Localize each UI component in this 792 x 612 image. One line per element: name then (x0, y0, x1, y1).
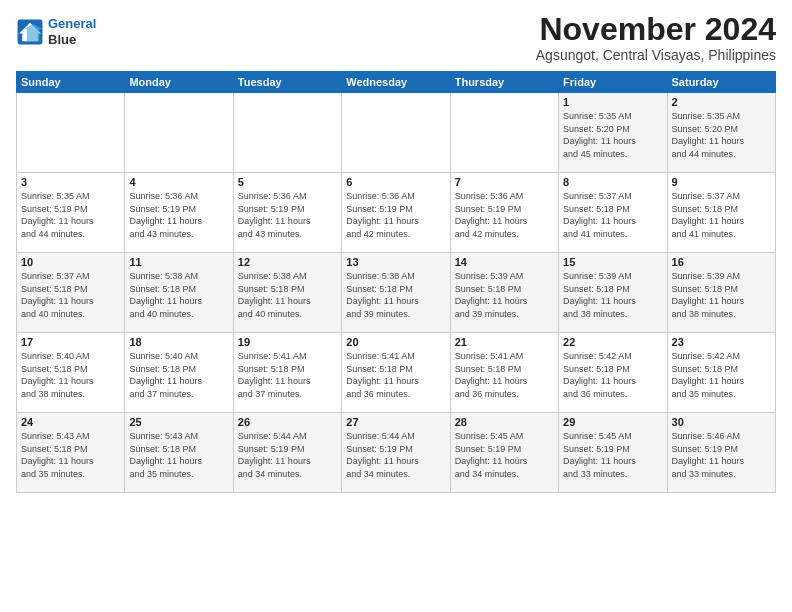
calendar-cell: 29Sunrise: 5:45 AM Sunset: 5:19 PM Dayli… (559, 413, 667, 493)
day-number: 10 (21, 256, 120, 268)
day-number: 18 (129, 336, 228, 348)
week-row-5: 24Sunrise: 5:43 AM Sunset: 5:18 PM Dayli… (17, 413, 776, 493)
calendar-cell: 28Sunrise: 5:45 AM Sunset: 5:19 PM Dayli… (450, 413, 558, 493)
day-info: Sunrise: 5:36 AM Sunset: 5:19 PM Dayligh… (455, 190, 554, 240)
calendar-cell: 16Sunrise: 5:39 AM Sunset: 5:18 PM Dayli… (667, 253, 775, 333)
day-info: Sunrise: 5:39 AM Sunset: 5:18 PM Dayligh… (672, 270, 771, 320)
day-number: 3 (21, 176, 120, 188)
day-number: 27 (346, 416, 445, 428)
day-number: 24 (21, 416, 120, 428)
header-thursday: Thursday (450, 72, 558, 93)
day-info: Sunrise: 5:35 AM Sunset: 5:20 PM Dayligh… (563, 110, 662, 160)
calendar-cell: 2Sunrise: 5:35 AM Sunset: 5:20 PM Daylig… (667, 93, 775, 173)
header-wednesday: Wednesday (342, 72, 450, 93)
day-info: Sunrise: 5:41 AM Sunset: 5:18 PM Dayligh… (346, 350, 445, 400)
calendar-cell: 6Sunrise: 5:36 AM Sunset: 5:19 PM Daylig… (342, 173, 450, 253)
day-number: 7 (455, 176, 554, 188)
week-row-1: 1Sunrise: 5:35 AM Sunset: 5:20 PM Daylig… (17, 93, 776, 173)
day-info: Sunrise: 5:40 AM Sunset: 5:18 PM Dayligh… (129, 350, 228, 400)
day-info: Sunrise: 5:42 AM Sunset: 5:18 PM Dayligh… (672, 350, 771, 400)
day-number: 26 (238, 416, 337, 428)
day-number: 21 (455, 336, 554, 348)
day-number: 4 (129, 176, 228, 188)
day-info: Sunrise: 5:42 AM Sunset: 5:18 PM Dayligh… (563, 350, 662, 400)
calendar-cell: 1Sunrise: 5:35 AM Sunset: 5:20 PM Daylig… (559, 93, 667, 173)
calendar-cell (125, 93, 233, 173)
calendar-cell: 12Sunrise: 5:38 AM Sunset: 5:18 PM Dayli… (233, 253, 341, 333)
day-number: 19 (238, 336, 337, 348)
day-number: 6 (346, 176, 445, 188)
day-info: Sunrise: 5:43 AM Sunset: 5:18 PM Dayligh… (129, 430, 228, 480)
day-number: 9 (672, 176, 771, 188)
day-info: Sunrise: 5:39 AM Sunset: 5:18 PM Dayligh… (563, 270, 662, 320)
day-number: 5 (238, 176, 337, 188)
day-info: Sunrise: 5:35 AM Sunset: 5:20 PM Dayligh… (672, 110, 771, 160)
calendar-cell: 3Sunrise: 5:35 AM Sunset: 5:19 PM Daylig… (17, 173, 125, 253)
calendar-cell: 24Sunrise: 5:43 AM Sunset: 5:18 PM Dayli… (17, 413, 125, 493)
calendar-cell: 7Sunrise: 5:36 AM Sunset: 5:19 PM Daylig… (450, 173, 558, 253)
calendar-cell: 4Sunrise: 5:36 AM Sunset: 5:19 PM Daylig… (125, 173, 233, 253)
logo-line2: Blue (48, 32, 76, 47)
calendar-cell: 30Sunrise: 5:46 AM Sunset: 5:19 PM Dayli… (667, 413, 775, 493)
day-number: 28 (455, 416, 554, 428)
header-friday: Friday (559, 72, 667, 93)
day-number: 12 (238, 256, 337, 268)
day-info: Sunrise: 5:37 AM Sunset: 5:18 PM Dayligh… (563, 190, 662, 240)
calendar-cell: 9Sunrise: 5:37 AM Sunset: 5:18 PM Daylig… (667, 173, 775, 253)
calendar-cell: 27Sunrise: 5:44 AM Sunset: 5:19 PM Dayli… (342, 413, 450, 493)
day-number: 11 (129, 256, 228, 268)
day-number: 1 (563, 96, 662, 108)
day-info: Sunrise: 5:40 AM Sunset: 5:18 PM Dayligh… (21, 350, 120, 400)
calendar-cell: 20Sunrise: 5:41 AM Sunset: 5:18 PM Dayli… (342, 333, 450, 413)
day-info: Sunrise: 5:44 AM Sunset: 5:19 PM Dayligh… (238, 430, 337, 480)
day-number: 23 (672, 336, 771, 348)
logo-line1: General (48, 16, 96, 31)
day-info: Sunrise: 5:35 AM Sunset: 5:19 PM Dayligh… (21, 190, 120, 240)
day-info: Sunrise: 5:46 AM Sunset: 5:19 PM Dayligh… (672, 430, 771, 480)
calendar-cell: 14Sunrise: 5:39 AM Sunset: 5:18 PM Dayli… (450, 253, 558, 333)
logo: General Blue (16, 16, 96, 47)
day-number: 22 (563, 336, 662, 348)
day-info: Sunrise: 5:45 AM Sunset: 5:19 PM Dayligh… (563, 430, 662, 480)
calendar-cell: 5Sunrise: 5:36 AM Sunset: 5:19 PM Daylig… (233, 173, 341, 253)
day-number: 14 (455, 256, 554, 268)
calendar-cell: 11Sunrise: 5:38 AM Sunset: 5:18 PM Dayli… (125, 253, 233, 333)
day-info: Sunrise: 5:39 AM Sunset: 5:18 PM Dayligh… (455, 270, 554, 320)
week-row-3: 10Sunrise: 5:37 AM Sunset: 5:18 PM Dayli… (17, 253, 776, 333)
calendar-cell: 21Sunrise: 5:41 AM Sunset: 5:18 PM Dayli… (450, 333, 558, 413)
header-monday: Monday (125, 72, 233, 93)
calendar-cell (450, 93, 558, 173)
day-info: Sunrise: 5:38 AM Sunset: 5:18 PM Dayligh… (346, 270, 445, 320)
calendar-table: SundayMondayTuesdayWednesdayThursdayFrid… (16, 71, 776, 493)
day-number: 8 (563, 176, 662, 188)
day-number: 30 (672, 416, 771, 428)
calendar-cell: 13Sunrise: 5:38 AM Sunset: 5:18 PM Dayli… (342, 253, 450, 333)
calendar-cell (342, 93, 450, 173)
day-info: Sunrise: 5:41 AM Sunset: 5:18 PM Dayligh… (238, 350, 337, 400)
calendar-cell: 18Sunrise: 5:40 AM Sunset: 5:18 PM Dayli… (125, 333, 233, 413)
calendar-cell: 23Sunrise: 5:42 AM Sunset: 5:18 PM Dayli… (667, 333, 775, 413)
week-row-2: 3Sunrise: 5:35 AM Sunset: 5:19 PM Daylig… (17, 173, 776, 253)
day-number: 25 (129, 416, 228, 428)
day-number: 13 (346, 256, 445, 268)
calendar-cell: 26Sunrise: 5:44 AM Sunset: 5:19 PM Dayli… (233, 413, 341, 493)
calendar-cell: 22Sunrise: 5:42 AM Sunset: 5:18 PM Dayli… (559, 333, 667, 413)
day-info: Sunrise: 5:36 AM Sunset: 5:19 PM Dayligh… (238, 190, 337, 240)
page-header: General Blue November 2024 Agsungot, Cen… (16, 12, 776, 63)
header-tuesday: Tuesday (233, 72, 341, 93)
calendar-cell: 15Sunrise: 5:39 AM Sunset: 5:18 PM Dayli… (559, 253, 667, 333)
calendar-cell: 25Sunrise: 5:43 AM Sunset: 5:18 PM Dayli… (125, 413, 233, 493)
day-info: Sunrise: 5:36 AM Sunset: 5:19 PM Dayligh… (346, 190, 445, 240)
day-info: Sunrise: 5:37 AM Sunset: 5:18 PM Dayligh… (672, 190, 771, 240)
day-info: Sunrise: 5:44 AM Sunset: 5:19 PM Dayligh… (346, 430, 445, 480)
header-row: SundayMondayTuesdayWednesdayThursdayFrid… (17, 72, 776, 93)
header-sunday: Sunday (17, 72, 125, 93)
day-info: Sunrise: 5:37 AM Sunset: 5:18 PM Dayligh… (21, 270, 120, 320)
header-saturday: Saturday (667, 72, 775, 93)
day-info: Sunrise: 5:45 AM Sunset: 5:19 PM Dayligh… (455, 430, 554, 480)
day-number: 17 (21, 336, 120, 348)
day-info: Sunrise: 5:38 AM Sunset: 5:18 PM Dayligh… (238, 270, 337, 320)
day-info: Sunrise: 5:41 AM Sunset: 5:18 PM Dayligh… (455, 350, 554, 400)
day-info: Sunrise: 5:38 AM Sunset: 5:18 PM Dayligh… (129, 270, 228, 320)
day-number: 16 (672, 256, 771, 268)
